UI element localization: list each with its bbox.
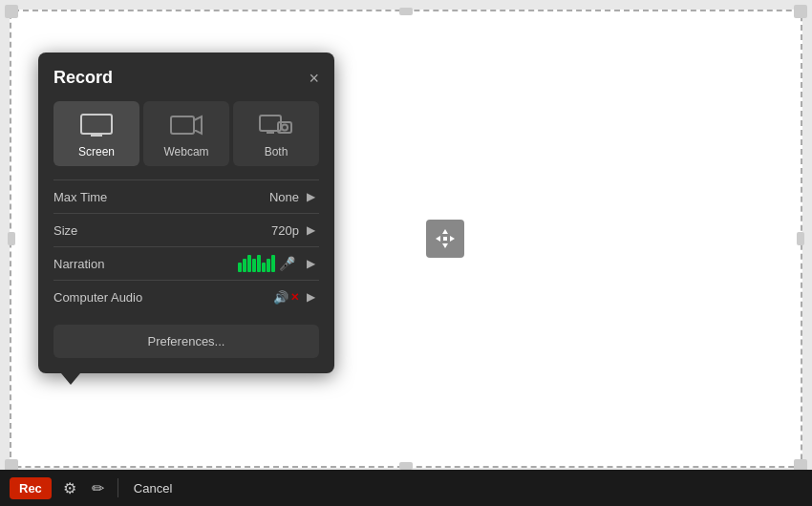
mic-icon: 🎤: [279, 256, 295, 271]
svg-marker-2: [436, 236, 440, 242]
size-label: Size: [53, 223, 271, 238]
bar-5: [257, 255, 261, 272]
narration-arrow[interactable]: ▶: [303, 255, 319, 272]
max-time-value: None: [269, 190, 299, 204]
muted-icon: ✕: [290, 291, 299, 304]
narration-row: Narration 🎤 ▶: [53, 246, 319, 280]
max-time-row: Max Time None ▶: [53, 179, 319, 213]
narration-meter: 🎤: [238, 255, 299, 272]
size-value: 720p: [271, 223, 299, 238]
mode-screen-button[interactable]: Screen: [53, 101, 139, 166]
mode-webcam-label: Webcam: [163, 145, 208, 158]
handle-bottom[interactable]: [399, 462, 413, 470]
rec-button[interactable]: Rec: [10, 477, 52, 499]
audio-icon-group: 🔊 ✕: [273, 290, 299, 305]
computer-audio-arrow[interactable]: ▶: [303, 288, 319, 306]
mode-both-label: Both: [265, 145, 288, 158]
close-button[interactable]: ×: [309, 70, 319, 87]
meter-bars: [238, 255, 275, 272]
mode-screen-label: Screen: [78, 145, 115, 158]
svg-rect-4: [443, 237, 447, 241]
mode-buttons: Screen Webcam Both: [53, 101, 319, 166]
handle-right[interactable]: [797, 232, 804, 245]
svg-marker-0: [442, 229, 448, 234]
handle-tl[interactable]: [5, 5, 18, 18]
cancel-button[interactable]: Cancel: [128, 479, 178, 497]
narration-label: Narration: [53, 257, 238, 271]
size-arrow[interactable]: ▶: [303, 221, 319, 239]
bar-3: [247, 255, 251, 272]
preferences-button[interactable]: Preferences...: [53, 325, 319, 358]
svg-marker-1: [442, 243, 448, 248]
bar-2: [243, 259, 246, 272]
handle-tr[interactable]: [794, 5, 807, 18]
computer-audio-row: Computer Audio 🔊 ✕ ▶: [53, 280, 319, 313]
bottom-toolbar: Rec ⚙ ✏ Cancel: [0, 470, 812, 506]
handle-left[interactable]: [8, 232, 15, 245]
mode-webcam-button[interactable]: Webcam: [143, 101, 229, 166]
max-time-arrow[interactable]: ▶: [303, 188, 319, 205]
svg-marker-3: [450, 236, 455, 242]
bar-7: [267, 259, 270, 272]
mode-both-button[interactable]: Both: [233, 101, 319, 166]
bar-1: [238, 263, 242, 272]
toolbar-separator: [118, 478, 118, 497]
edit-icon-button[interactable]: ✏: [88, 477, 108, 499]
panel-header: Record ×: [53, 68, 319, 88]
svg-marker-9: [194, 116, 202, 134]
settings-icon-button[interactable]: ⚙: [59, 477, 80, 499]
bar-6: [262, 263, 266, 272]
svg-rect-8: [171, 116, 194, 134]
computer-audio-label: Computer Audio: [53, 290, 273, 305]
max-time-label: Max Time: [53, 190, 269, 204]
panel-title: Record: [53, 68, 113, 88]
move-icon[interactable]: [426, 220, 464, 258]
bar-8: [271, 255, 275, 272]
svg-point-14: [282, 125, 288, 131]
bar-4: [252, 259, 256, 272]
speaker-icon: 🔊: [273, 290, 288, 305]
size-row: Size 720p ▶: [53, 213, 319, 246]
svg-rect-5: [81, 115, 112, 134]
record-panel: Record × Screen Webcam: [38, 53, 334, 373]
handle-top[interactable]: [399, 8, 413, 15]
